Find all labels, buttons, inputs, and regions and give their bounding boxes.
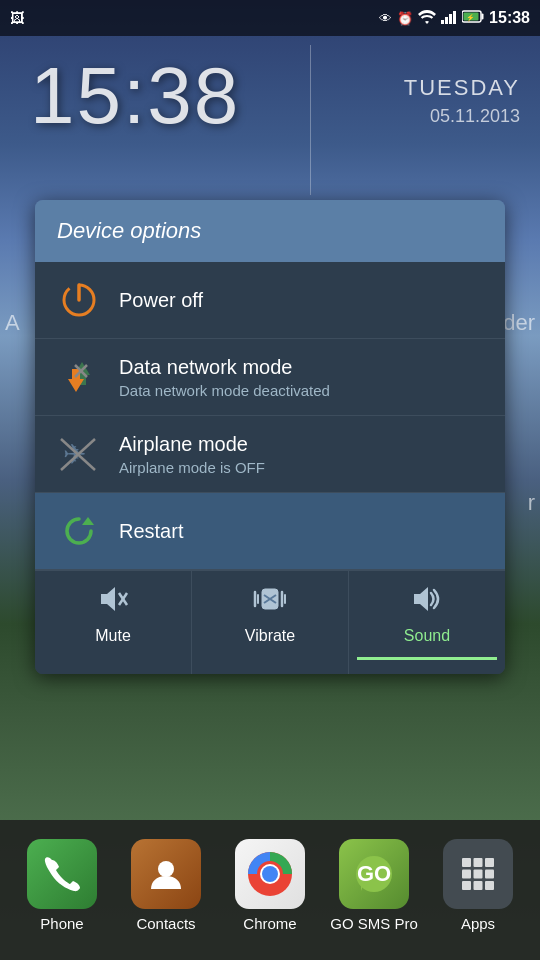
device-options-modal: Device options Power off Da (35, 200, 505, 674)
airplane-icon: ✈ (57, 432, 101, 476)
airplane-text: Airplane mode Airplane mode is OFF (119, 433, 483, 476)
clock-status: 15:38 (489, 9, 530, 27)
svg-rect-39 (462, 869, 471, 878)
svg-text:⚡: ⚡ (466, 13, 475, 22)
status-left-icons: 🖼 (10, 10, 24, 26)
clock-divider (310, 45, 311, 195)
svg-text:GO: GO (357, 861, 391, 886)
svg-rect-0 (441, 20, 444, 24)
svg-marker-29 (414, 587, 428, 611)
bottom-dock: Phone Contacts C (0, 820, 540, 960)
data-network-label: Data network mode (119, 356, 483, 379)
data-network-text: Data network mode Data network mode deac… (119, 356, 483, 399)
dock-item-gosms[interactable]: GO GO SMS Pro (329, 839, 419, 932)
airplane-label: Airplane mode (119, 433, 483, 456)
gallery-icon: 🖼 (10, 10, 24, 26)
power-off-text: Power off (119, 289, 483, 312)
svg-rect-44 (485, 881, 494, 890)
svg-rect-38 (485, 858, 494, 867)
menu-item-restart[interactable]: Restart (35, 493, 505, 570)
clock-display: 15:38 (30, 50, 240, 142)
power-icon (57, 278, 101, 322)
sound-label: Sound (404, 627, 450, 645)
svg-rect-43 (474, 881, 483, 890)
restart-label: Restart (119, 520, 483, 543)
eye-icon: 👁 (379, 11, 392, 26)
dock-item-apps[interactable]: Apps (433, 839, 523, 932)
contacts-label: Contacts (136, 915, 195, 932)
restart-text: Restart (119, 520, 483, 543)
menu-item-airplane[interactable]: ✈ Airplane mode Airplane mode is OFF (35, 416, 505, 493)
airplane-subtitle: Airplane mode is OFF (119, 459, 483, 476)
sound-icon (410, 585, 444, 619)
dock-item-phone[interactable]: Phone (17, 839, 107, 932)
mute-icon (97, 585, 129, 619)
alarm-icon: ⏰ (397, 11, 413, 26)
data-network-subtitle: Data network mode deactivated (119, 382, 483, 399)
svg-point-30 (158, 861, 174, 877)
vibrate-label: Vibrate (245, 627, 295, 645)
status-right-icons: 👁 ⏰ ⚡ 15:38 (379, 9, 530, 27)
apps-label: Apps (461, 915, 495, 932)
power-off-label: Power off (119, 289, 483, 312)
side-label-right2: r (528, 490, 535, 516)
contacts-icon (131, 839, 201, 909)
dock-item-contacts[interactable]: Contacts (121, 839, 211, 932)
restart-icon (57, 509, 101, 553)
side-label-right: der (503, 310, 535, 336)
wifi-icon (418, 10, 436, 27)
side-label-left: A (5, 310, 20, 336)
svg-rect-41 (485, 869, 494, 878)
gosms-label: GO SMS Pro (330, 915, 418, 932)
svg-rect-5 (482, 14, 484, 20)
svg-point-33 (262, 866, 278, 882)
sound-active-indicator (357, 657, 497, 660)
clock-date-area: TUESDAY 05.11.2013 (404, 75, 520, 127)
svg-rect-2 (449, 14, 452, 24)
data-network-icon (57, 355, 101, 399)
svg-rect-42 (462, 881, 471, 890)
dock-item-chrome[interactable]: Chrome (225, 839, 315, 932)
vibrate-icon (253, 585, 287, 619)
modal-title: Device options (35, 200, 505, 262)
chrome-icon (235, 839, 305, 909)
chrome-label: Chrome (243, 915, 296, 932)
signal-icon (441, 10, 457, 27)
sound-button[interactable]: Sound (349, 571, 505, 674)
vibrate-button[interactable]: Vibrate (192, 571, 349, 674)
menu-item-data-network[interactable]: Data network mode Data network mode deac… (35, 339, 505, 416)
battery-icon: ⚡ (462, 10, 484, 26)
gosms-icon: GO (339, 839, 409, 909)
phone-icon (27, 839, 97, 909)
menu-item-power-off[interactable]: Power off (35, 262, 505, 339)
clock-time: 15:38 (30, 50, 240, 142)
svg-rect-37 (474, 858, 483, 867)
svg-rect-36 (462, 858, 471, 867)
mute-label: Mute (95, 627, 131, 645)
status-bar: 🖼 👁 ⏰ ⚡ 15 (0, 0, 540, 36)
svg-marker-17 (82, 517, 94, 525)
phone-label: Phone (40, 915, 83, 932)
svg-rect-3 (453, 11, 456, 24)
svg-rect-1 (445, 17, 448, 24)
apps-icon (443, 839, 513, 909)
mute-button[interactable]: Mute (35, 571, 192, 674)
svg-rect-40 (474, 869, 483, 878)
sound-controls: Mute Vibrate (35, 570, 505, 674)
clock-day: TUESDAY (404, 75, 520, 101)
svg-marker-18 (101, 587, 115, 611)
clock-date: 05.11.2013 (404, 106, 520, 127)
